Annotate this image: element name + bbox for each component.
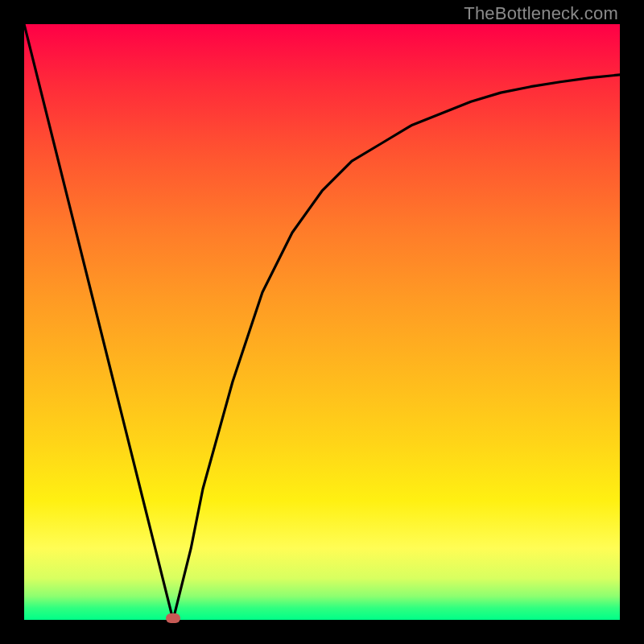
plot-area xyxy=(24,24,620,620)
watermark-text: TheBottleneck.com xyxy=(464,3,618,24)
minimum-marker xyxy=(166,613,180,623)
chart-frame: TheBottleneck.com xyxy=(0,0,644,644)
bottleneck-curve xyxy=(24,24,620,620)
